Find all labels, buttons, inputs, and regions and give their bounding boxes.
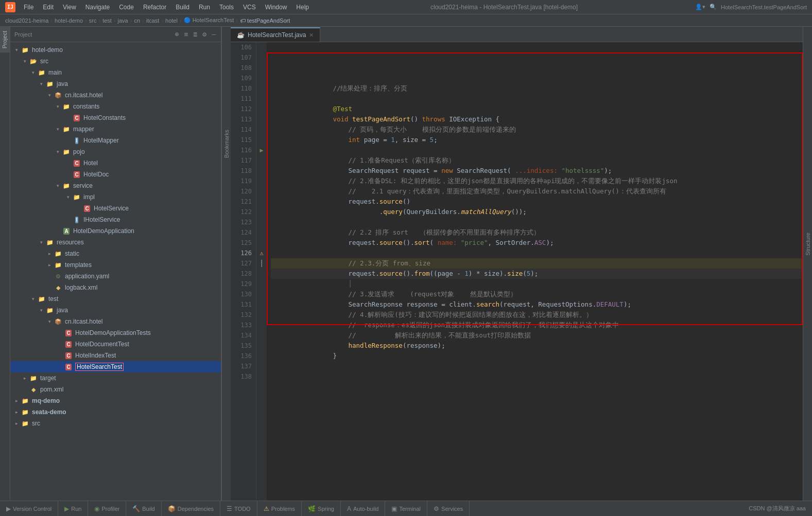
user-icon[interactable]: 👤▾ <box>695 4 705 10</box>
line-num-135: 135 <box>231 341 256 351</box>
breadcrumb-hotel-demo[interactable]: hotel-demo <box>55 17 83 24</box>
code-line-134: handleResponse(response); <box>271 330 803 341</box>
chevron-down-icon: ▾ <box>54 183 62 188</box>
status-spring[interactable]: 🌿 Spring <box>302 501 341 516</box>
breadcrumb-src[interactable]: src <box>89 17 97 24</box>
status-run[interactable]: ▶ Run <box>58 501 88 516</box>
tree-test-java[interactable]: ▾ 📁 java <box>10 305 221 316</box>
breadcrumb-hotel[interactable]: hotel <box>165 17 178 24</box>
folder-icon: 📁 <box>37 68 46 77</box>
settings-icon[interactable]: ⚙ <box>201 29 208 39</box>
tree-hotel-demo[interactable]: ▾ 📁 hotel-demo <box>10 44 221 56</box>
tab-hotelsearchtest[interactable]: ☕ HotelSearchTest.java ✕ <box>231 27 320 42</box>
status-todo[interactable]: ☰ TODO <box>220 501 257 516</box>
tree-hotelmapper[interactable]: I HotelMapper <box>10 135 221 146</box>
chevron-down-icon: ▾ <box>37 240 45 245</box>
line-numbers: 106 107 108 109 110 111 112 113 114 115 … <box>231 42 256 501</box>
tree-logback-xml[interactable]: ◆ logback.xml <box>10 282 221 293</box>
breadcrumb-cn[interactable]: cn <box>134 17 140 24</box>
tree-hotelindex-test[interactable]: C HotelIndexTest <box>10 350 221 361</box>
tree-impl[interactable]: ▾ 📁 impl <box>10 191 221 203</box>
chevron-right-icon: ▸ <box>12 410 21 415</box>
breadcrumb-test[interactable]: test <box>102 17 112 24</box>
code-line-111: @Test <box>271 94 803 104</box>
tree-constants[interactable]: ▾ 📁 constants <box>10 101 221 112</box>
tree-ihotelservice[interactable]: I IHotelService <box>10 214 221 225</box>
tree-src[interactable]: ▾ 📂 src <box>10 56 221 67</box>
status-services[interactable]: ⚙ Services <box>427 501 470 516</box>
tree-hotelsearch-test[interactable]: C HotelSearchTest <box>10 361 221 372</box>
chevron-down-icon: ▾ <box>64 194 72 200</box>
tab-close-icon[interactable]: ✕ <box>309 32 314 39</box>
menu-code[interactable]: Code <box>115 3 138 12</box>
tree-test-package[interactable]: ▾ 📦 cn.itcast.hotel <box>10 316 221 327</box>
tree-root-src[interactable]: ▸ 📁 src <box>10 418 221 429</box>
hide-icon[interactable]: — <box>211 29 217 39</box>
tree-package[interactable]: ▾ 📦 cn.itcast.hotel <box>10 90 221 101</box>
tree-hoteldocument-test[interactable]: C HotelDocumentTest <box>10 339 221 350</box>
search-everywhere-icon[interactable]: 🔍 <box>710 4 717 10</box>
status-terminal[interactable]: ▣ Terminal <box>385 501 427 516</box>
code-line-123: // 2.2 排序 sort （根据传参的不用里面有多种排序方式） <box>271 217 803 227</box>
collapse-all-icon[interactable]: ≡ <box>183 29 189 39</box>
tree-static[interactable]: ▸ 📁 static <box>10 248 221 259</box>
tree-main[interactable]: ▾ 📁 main <box>10 67 221 78</box>
menu-build[interactable]: Build <box>171 3 194 12</box>
status-auto-build[interactable]: A Auto-build <box>341 501 386 516</box>
tree-pojo[interactable]: ▾ 📁 pojo <box>10 146 221 157</box>
chevron-down-icon: ▾ <box>37 81 45 86</box>
menu-view[interactable]: View <box>59 3 80 12</box>
tree-test[interactable]: ▾ 📁 test <box>10 293 221 305</box>
tree-seata-demo[interactable]: ▸ 📁 seata-demo <box>10 406 221 418</box>
tree-main-java[interactable]: ▾ 📁 java <box>10 78 221 90</box>
breadcrumb-cloud[interactable]: cloud2021-heima <box>5 17 48 24</box>
editor-tabs: ☕ HotelSearchTest.java ✕ <box>231 27 803 42</box>
menu-refactor[interactable]: Refactor <box>139 3 170 12</box>
run-icon: ▶ <box>64 505 69 512</box>
status-profiler[interactable]: ◉ Profiler <box>88 501 126 516</box>
menu-file[interactable]: File <box>20 3 38 12</box>
menu-help[interactable]: Help <box>292 3 313 12</box>
yaml-icon: ⚙ <box>54 272 63 280</box>
tree-target[interactable]: ▸ 📁 target <box>10 372 221 384</box>
breadcrumb-hotelsearchtest[interactable]: 🔵 HotelSearchTest <box>184 17 234 24</box>
status-version-control[interactable]: ▶ Version Control <box>0 501 58 516</box>
tree-hoteldemoapp[interactable]: A HotelDemoApplication <box>10 225 221 237</box>
tree-mq-demo[interactable]: ▸ 📁 mq-demo <box>10 395 221 406</box>
tree-resources[interactable]: ▾ 📁 resources <box>10 237 221 248</box>
structure-label[interactable]: Structure <box>805 233 811 256</box>
tree-pom-xml[interactable]: ◆ pom.xml <box>10 384 221 395</box>
tree-templates[interactable]: ▸ 📁 templates <box>10 259 221 271</box>
expand-all-icon[interactable]: ≣ <box>193 29 199 39</box>
code-line-109: //结果处理：排序、分页 <box>271 73 803 83</box>
status-build[interactable]: 🔨 Build <box>126 501 161 516</box>
menu-run[interactable]: Run <box>195 3 214 12</box>
tree-service[interactable]: ▾ 📁 service <box>10 180 221 191</box>
folder-icon: 📁 <box>54 250 63 258</box>
code-area[interactable]: //结果处理：排序、分页 @Test void testPageAndSort(… <box>267 42 803 501</box>
bookmarks-label[interactable]: Bookmarks <box>223 130 230 158</box>
menu-tools[interactable]: Tools <box>215 3 238 12</box>
tab-project[interactable]: Project <box>0 27 10 52</box>
tree-application-yaml[interactable]: ⚙ application.yaml <box>10 271 221 282</box>
code-line-120: request.source() <box>271 186 803 197</box>
gutter-111[interactable]: ▶ <box>256 145 267 155</box>
tree-hoteldoc[interactable]: C HotelDoc <box>10 169 221 180</box>
menu-window[interactable]: Window <box>261 3 291 12</box>
folder-icon: 📁 <box>21 419 30 428</box>
tree-hoteldemo-tests[interactable]: C HotelDemoApplicationTests <box>10 327 221 339</box>
menu-navigate[interactable]: Navigate <box>81 3 114 12</box>
class-icon: C <box>72 114 81 122</box>
menu-vcs[interactable]: VCS <box>239 3 260 12</box>
breadcrumb-method[interactable]: 🏷 testPageAndSort <box>240 17 290 24</box>
breadcrumb-java[interactable]: java <box>118 17 128 24</box>
menu-edit[interactable]: Edit <box>39 3 58 12</box>
sync-icon[interactable]: ⊕ <box>174 29 180 39</box>
tree-hotelconstants[interactable]: C HotelConstants <box>10 112 221 123</box>
breadcrumb-itcast[interactable]: itcast <box>146 17 160 24</box>
status-dependencies[interactable]: 📦 Dependencies <box>162 501 220 516</box>
tree-hotelservice[interactable]: C HotelService <box>10 203 221 214</box>
tree-mapper[interactable]: ▾ 📁 mapper <box>10 123 221 135</box>
tree-hotel[interactable]: C Hotel <box>10 157 221 169</box>
status-problems[interactable]: ⚠ Problems <box>257 501 302 516</box>
